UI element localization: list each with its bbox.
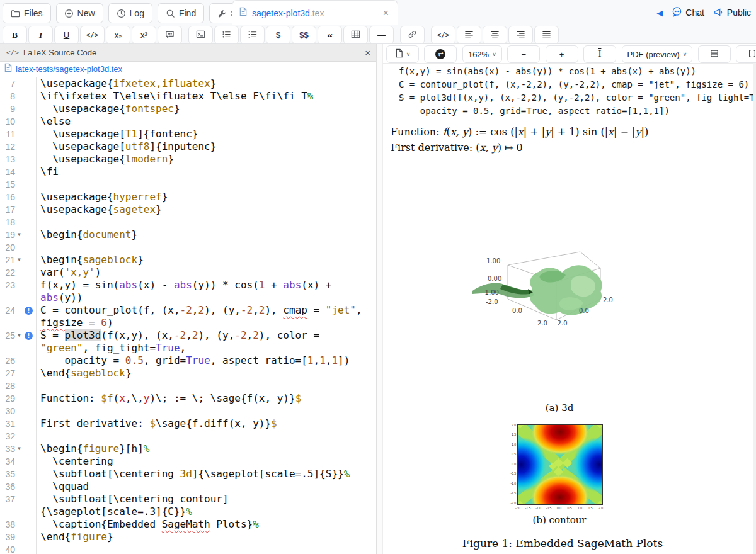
source-panel-header: </> LaTeX Source Code × [0,44,377,62]
code-line-34[interactable]: 34 \centering [0,455,377,468]
format-group-1: BIU</>x₂x² [1,25,182,44]
code-line-36[interactable]: 36 \qquad [0,480,377,493]
underline-button[interactable]: U [54,26,79,44]
tab-sagetex-plot3d[interactable]: sagetex-plot3d .tex × [232,0,398,25]
align-left-button[interactable] [457,26,481,44]
link-icon [408,30,417,41]
code-line-14[interactable]: 14\fi [0,166,377,178]
code-line-18[interactable]: 18 [0,216,377,229]
page-menu-button[interactable]: ∨ [386,45,419,63]
code-line-24[interactable]: 24!C = contour_plot(f, (x,-2,2), (y,-2,2… [0,304,377,317]
bold-button[interactable]: B [3,26,27,44]
split-view-button[interactable] [698,45,731,63]
source-panel-close-icon[interactable]: × [365,47,370,58]
public-button[interactable]: Public [713,7,751,19]
fold-arrow-icon[interactable]: ▼ [15,254,23,266]
code-line-20[interactable]: 20 [0,241,377,254]
clock-icon [117,9,126,18]
info-marker-icon[interactable]: ! [23,332,34,340]
code-line-33[interactable]: 33▼\begin{figure}[h]% [0,443,377,455]
subscript-button[interactable]: x₂ [106,26,130,44]
code-line-29[interactable]: 29Function: $f(x,\,y)\; := \; \sage{f(x,… [0,392,377,405]
zoom-level-select[interactable]: 162% ∨ [462,45,502,63]
inline-math-button[interactable]: $ [266,26,290,44]
code-line-21[interactable]: 21▼\begin{sageblock} [0,254,377,266]
code-line-16[interactable]: 16\usepackage{hyperref} [0,191,377,203]
code-line-wrap[interactable]: abs(y)) [0,291,377,304]
info-marker-icon[interactable]: ! [23,307,34,315]
code-line-15[interactable]: 15 [0,178,377,191]
tab-close-icon[interactable]: × [381,8,391,19]
code-line-10[interactable]: 10\else [0,115,377,128]
file-path-bar: latex-tests/sagetex-plot3d.tex [0,62,377,76]
code-env-button[interactable]: </> [431,26,455,44]
fold-arrow-icon[interactable]: ▼ [15,443,23,455]
find-button[interactable]: Find [158,3,204,23]
link-button[interactable] [400,26,425,44]
brackets-view-button[interactable] [736,45,756,63]
fold-arrow-icon[interactable]: ▼ [15,329,23,342]
code-line-31[interactable]: 31First derivative: $\sage{f.diff(x, y)}… [0,417,377,430]
comment-button[interactable] [158,26,182,44]
superscript-button[interactable]: x² [132,26,156,44]
code-line-8[interactable]: 8\if\ifxetex T\else\ifluatex T\else F\fi… [0,90,377,103]
code-line-27[interactable]: 27\end{sageblock} [0,367,377,380]
blockquote-button[interactable]: “ [318,26,342,44]
zoom-out-button[interactable]: − [507,45,540,63]
horizontal-rule-button[interactable]: — [369,26,394,44]
code-line-25[interactable]: 25▼!S = plot3d(f(x,y), (x,-2,2), (y,-2,2… [0,329,377,342]
pdf-scrollbar[interactable] [753,63,756,554]
files-button[interactable]: Files [3,3,51,23]
zoom-in-button[interactable]: + [546,45,578,63]
code-line-35[interactable]: 35 \subfloat[\centering 3d]{\sageplot[sc… [0,468,377,480]
align-center-button[interactable] [483,26,507,44]
code-text: \end{figure} [37,531,113,543]
code-line-wrap[interactable]: figsize = 6) [0,317,377,329]
panel-divider[interactable] [377,44,383,554]
code-line-23[interactable]: 23f(x,y) = sin(abs(x) - abs(y)) * cos(1 … [0,279,377,291]
italic-button[interactable]: I [28,26,53,44]
code-line-12[interactable]: 12 \usepackage[utf8]{inputenc} [0,140,377,153]
plus-circle-icon [64,9,74,18]
gutter: 23 [0,279,37,291]
line-number: 31 [0,417,15,430]
code-line-9[interactable]: 9 \usepackage{fontspec} [0,103,377,115]
code-line-30[interactable]: 30 [0,405,377,417]
bullet-list-button[interactable] [214,26,239,44]
table-button[interactable] [343,26,368,44]
code-line-22[interactable]: 22var('x,y') [0,266,377,279]
sync-button[interactable]: ⇄ [424,45,457,63]
code-line-26[interactable]: 26 opacity = 0.5, grid=True, aspect_rati… [0,354,377,367]
file-path-link[interactable]: latex-tests/sagetex-plot3d.tex [16,64,122,74]
justify-button[interactable] [534,26,559,44]
code-line-40[interactable]: 40 [0,543,377,554]
align-right-button[interactable] [508,26,533,44]
code-line-37[interactable]: 37 \subfloat[\centering contour] [0,493,377,506]
display-math-button[interactable]: $$ [292,26,316,44]
code-line-wrap[interactable]: "green", fig_tight=True, [0,342,377,354]
numbered-list-button[interactable] [240,26,265,44]
code-line-19[interactable]: 19▼\begin{document} [0,229,377,241]
code-line-32[interactable]: 32 [0,430,377,443]
code-line-39[interactable]: 39\end{figure} [0,531,377,543]
code-editor[interactable]: 7\usepackage{ifxetex,ifluatex}8\if\ifxet… [0,76,377,554]
code-line-28[interactable]: 28 [0,380,377,392]
code-line-wrap[interactable]: {\sageplot[scale=.3]{C}}% [0,506,377,518]
log-button[interactable]: Log [108,3,152,23]
code-line-7[interactable]: 7\usepackage{ifxetex,ifluatex} [0,77,377,90]
code-line-38[interactable]: 38 \caption{Embedded SageMath Plots}% [0,518,377,531]
view-mode-select[interactable]: PDF (preview) ∨ [622,45,693,63]
text-cursor-button[interactable]: I [583,45,616,63]
fold-arrow-icon[interactable]: ▼ [15,229,23,241]
code-line-17[interactable]: 17\usepackage{sagetex} [0,203,377,216]
new-button[interactable]: New [56,3,103,23]
code-line-11[interactable]: 11 \usepackage[T1]{fontenc} [0,128,377,140]
chat-button[interactable]: Chat [672,6,704,19]
collapse-left-icon[interactable]: ◀ [656,8,663,18]
inline-code-button[interactable]: </> [80,26,105,44]
line-number: 37 [0,493,15,506]
code-line-13[interactable]: 13 \usepackage{lmodern} [0,153,377,166]
search-icon [166,9,175,18]
code-block-button[interactable] [188,26,213,44]
gutter: 21▼ [0,254,37,266]
